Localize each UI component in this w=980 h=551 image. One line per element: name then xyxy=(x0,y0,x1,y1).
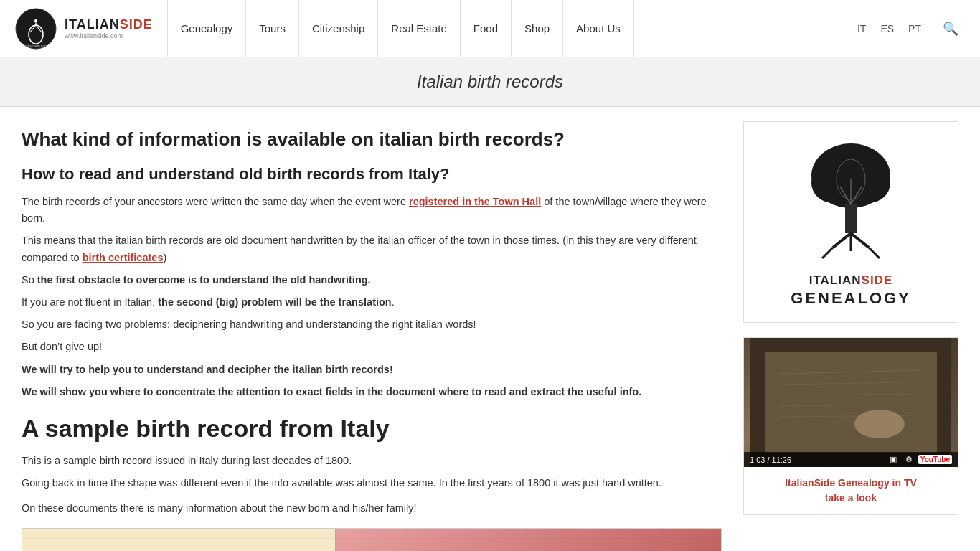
page-title: Italian birth records xyxy=(0,72,980,92)
brand-name: ITALIANSIDE xyxy=(65,17,153,32)
sidebar-video-card[interactable]: 1:03 / 11:26 ▣ ⚙ YouTube ItalianSide Gen… xyxy=(743,337,958,515)
video-caption-line2: take a look xyxy=(753,491,949,506)
video-caption-line1: ItalianSide Genealogy in TV xyxy=(753,476,949,491)
paragraph-1: The birth records of your ancestors were… xyxy=(22,194,722,227)
town-hall-link[interactable]: registered in the Town Hall xyxy=(409,196,541,207)
youtube-logo: YouTube xyxy=(918,455,952,464)
lang-es[interactable]: ES xyxy=(873,23,901,34)
svg-rect-22 xyxy=(765,352,937,453)
svg-rect-10 xyxy=(845,204,857,233)
sidebar: ITALIANSIDE GENEALOGY xyxy=(743,121,958,551)
nav-about-us[interactable]: About Us xyxy=(563,0,634,57)
main-container: What kind of information is available on… xyxy=(0,107,980,551)
nav-genealogy[interactable]: Genealogy xyxy=(167,0,247,57)
site-logo-icon: italianside.com xyxy=(14,7,57,50)
content-heading-1: What kind of information is available on… xyxy=(22,128,722,151)
paragraph-11: On these documents there is many informa… xyxy=(22,500,722,517)
svg-point-0 xyxy=(16,9,56,49)
svg-point-28 xyxy=(854,410,905,438)
logo-area[interactable]: italianside.com ITALIANSIDE www.italians… xyxy=(14,7,153,50)
logo-text: ITALIANSIDE www.italianside.com xyxy=(65,17,153,39)
svg-line-14 xyxy=(822,248,833,258)
lang-pt[interactable]: PT xyxy=(901,23,928,34)
paragraph-8: We will show you where to concentrate th… xyxy=(22,384,722,400)
video-caption[interactable]: ItalianSide Genealogy in TV take a look xyxy=(744,467,958,514)
site-header: italianside.com ITALIANSIDE www.italians… xyxy=(0,0,980,57)
paragraph-10: Going back in time the shape was differe… xyxy=(22,475,722,491)
video-thumbnail[interactable]: 1:03 / 11:26 ▣ ⚙ YouTube xyxy=(744,338,958,467)
nav-food[interactable]: Food xyxy=(461,0,512,57)
svg-text:italianside.com: italianside.com xyxy=(24,44,47,48)
search-icon[interactable]: 🔍 xyxy=(936,21,966,37)
video-bg-svg xyxy=(744,338,958,467)
content-heading-3: A sample birth record from Italy xyxy=(22,415,722,443)
svg-line-12 xyxy=(851,233,869,248)
cc-icon: ▣ xyxy=(890,455,897,464)
paragraph-9: This is a sample birth record issued in … xyxy=(22,453,722,469)
paragraph-3: So the first obstacle to overcome is to … xyxy=(22,272,722,288)
paragraph-5: So you are facing two problems: decipher… xyxy=(22,316,722,333)
main-nav: Genealogy Tours Citizenship Real Estate … xyxy=(167,0,850,57)
svg-point-5 xyxy=(34,19,37,22)
content-heading-2: How to read and understand old birth rec… xyxy=(22,165,722,184)
birth-certificates-link[interactable]: birth certificates xyxy=(83,252,164,263)
sidebar-genealogy-logo: ITALIANSIDE GENEALOGY xyxy=(758,268,943,308)
nav-citizenship[interactable]: Citizenship xyxy=(299,0,378,57)
genealogy-big-label: GENEALOGY xyxy=(791,289,911,308)
sidebar-logo-card: ITALIANSIDE GENEALOGY xyxy=(743,121,958,323)
video-controls: 1:03 / 11:26 ▣ ⚙ YouTube xyxy=(744,452,958,467)
paragraph-7: We will try to help you to understand an… xyxy=(22,362,722,378)
sample-record-image xyxy=(22,528,722,551)
main-content: What kind of information is available on… xyxy=(22,121,722,551)
page-title-bar: Italian birth records xyxy=(0,57,980,107)
genealogy-tree-image xyxy=(793,136,908,265)
nav-shop[interactable]: Shop xyxy=(512,0,563,57)
paragraph-4: If you are not fluent in Italian, the se… xyxy=(22,294,722,311)
svg-line-15 xyxy=(869,248,880,258)
video-time: 1:03 / 11:26 xyxy=(750,456,791,464)
lang-selector: IT ES PT 🔍 xyxy=(850,21,966,37)
paragraph-2: This means that the italian birth record… xyxy=(22,232,722,265)
paragraph-6: But don’t give up! xyxy=(22,339,722,355)
nav-real-estate[interactable]: Real Estate xyxy=(378,0,461,57)
svg-line-11 xyxy=(833,233,851,248)
settings-icon: ⚙ xyxy=(905,455,913,464)
nav-tours[interactable]: Tours xyxy=(246,0,299,57)
svg-point-9 xyxy=(847,163,890,203)
lang-it[interactable]: IT xyxy=(850,23,873,34)
brand-tagline: www.italianside.com xyxy=(65,32,153,39)
